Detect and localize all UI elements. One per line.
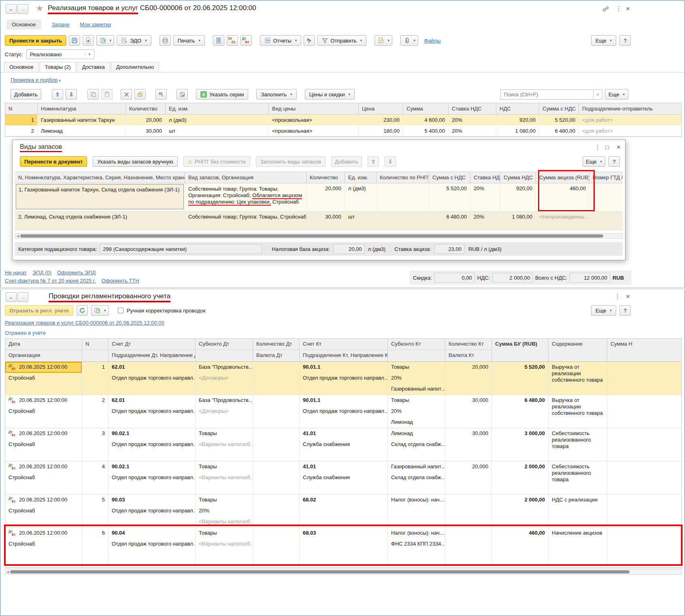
manual-adjustment-checkbox[interactable]: [118, 308, 123, 313]
invoice-link[interactable]: Счет-фактура № 7 от 20 июня 2025 г.: [5, 278, 96, 284]
split-icon[interactable]: [121, 89, 132, 100]
w2-back-button[interactable]: ←: [6, 292, 17, 302]
tab-additional[interactable]: Дополнительно: [111, 62, 160, 72]
fill-inventory-types-button[interactable]: Заполнить виды запасов: [256, 156, 325, 167]
dialog-help-button[interactable]: ?: [608, 156, 620, 167]
back-button[interactable]: ←: [6, 4, 17, 14]
excise-rate-field[interactable]: 23,00: [434, 244, 464, 254]
copy-row-icon[interactable]: [87, 89, 99, 100]
col-debit-account: Счет Дт: [108, 339, 196, 350]
vat-total-field[interactable]: 2 000,00: [492, 273, 533, 283]
make-ttn-link[interactable]: Оформить ТТН: [102, 278, 139, 284]
group-icon[interactable]: [134, 89, 146, 100]
dialog-add-button[interactable]: Добавить: [331, 156, 362, 167]
make-epd-link[interactable]: Оформить ЭПД: [57, 270, 96, 276]
posting-row[interactable]: ДтКт20.06.2025 12:00:00 5 90.03 Товары 6…: [5, 495, 681, 528]
excise-category-field[interactable]: 298 (Сахаросодержащие напитки): [100, 244, 262, 254]
favorite-star-icon[interactable]: ★: [36, 3, 44, 14]
more-button-top[interactable]: Еще▾: [591, 35, 616, 46]
register-icon[interactable]: [213, 35, 224, 46]
dialog-more-button[interactable]: Еще▾: [583, 156, 605, 167]
fill-check-icon[interactable]: [177, 89, 188, 100]
product-row-1[interactable]: 1 Газированный напиток Тархун 20,000 л (…: [5, 115, 681, 125]
excise-base-field[interactable]: 20,00: [333, 244, 365, 254]
window-close-icon[interactable]: ×: [626, 5, 630, 12]
window-menu-icon[interactable]: ⋮: [616, 5, 622, 11]
reflect-in-accounting-button[interactable]: Отразить в регл. учете: [5, 305, 73, 316]
w2-hscrollbar[interactable]: ◀: [5, 569, 682, 575]
move-up-icon[interactable]: ⇧: [52, 89, 63, 100]
products-table: N Номенклатура Количество Ед. изм. Вид ц…: [5, 103, 682, 137]
files-link[interactable]: Файлы: [424, 38, 440, 44]
create-based-on-button[interactable]: ▾: [96, 35, 114, 46]
w2-more-button[interactable]: Еще▾: [591, 305, 616, 316]
w2-help-button[interactable]: ?: [619, 305, 631, 316]
post-and-close-button[interactable]: Провести и закрыть: [5, 35, 66, 46]
w2-menu-icon[interactable]: ⋮: [615, 293, 621, 299]
exchange-icon[interactable]: [304, 35, 315, 46]
nav-main[interactable]: Основное: [6, 19, 41, 30]
dtkt-icon[interactable]: ДтКт: [240, 35, 252, 46]
help-button-top[interactable]: ?: [619, 35, 631, 46]
add-row-button[interactable]: Добавить: [11, 89, 41, 100]
post-document-icon[interactable]: [83, 35, 94, 46]
search-input[interactable]: [500, 89, 594, 100]
print-icon[interactable]: [160, 35, 171, 46]
w2-close-icon[interactable]: ×: [626, 293, 630, 300]
schedule-button[interactable]: ▾: [374, 35, 392, 46]
tab-goods[interactable]: Товары (2): [40, 62, 76, 72]
set-inventory-types-manually-button[interactable]: Указать виды запасов вручную: [93, 156, 177, 167]
page-title: Реализация товаров и услуг СБ00-000006 о…: [48, 4, 256, 12]
reports-button[interactable]: Отчеты▾: [260, 35, 301, 46]
print-button[interactable]: Печать▾: [173, 35, 205, 46]
save-icon[interactable]: [69, 35, 80, 46]
status-combobox[interactable]: Реализовано ▾: [26, 49, 94, 59]
tab-main[interactable]: Основное: [4, 62, 39, 72]
discount-field[interactable]: 0,00: [434, 273, 475, 283]
posting-row[interactable]: ДтКт20.06.2025 12:00:00 4 90.02.1 Товары…: [5, 461, 681, 495]
inventory-type-cell[interactable]: Собственный товар; Группа: Товары; Орган…: [185, 183, 306, 211]
source-document-link[interactable]: Реализация товаров и услуг СБ00-000006 о…: [5, 320, 164, 326]
posting-row[interactable]: ДтКт20.06.2025 12:00:00 2 62.01 База "Пр…: [5, 395, 681, 428]
dialog-move-down-icon[interactable]: ⇩: [385, 156, 396, 167]
drcr-icon[interactable]: DrCr: [227, 35, 238, 46]
inventory-row-1[interactable]: 1, Газированный напиток Тархун, Склад от…: [15, 183, 623, 212]
nav-notes[interactable]: Мои заметки: [80, 21, 111, 28]
posting-row[interactable]: ДтКт20.06.2025 12:00:00 6 90.04 Товары 6…: [5, 528, 681, 568]
fill-button[interactable]: Заполнить▾: [256, 89, 296, 100]
dialog-move-up-icon[interactable]: ⇧: [368, 156, 379, 167]
search-clear-icon[interactable]: ×: [594, 89, 602, 100]
permalink-icon[interactable]: [602, 6, 609, 12]
paste-icon[interactable]: [101, 89, 113, 100]
dialog-maximize-icon[interactable]: □: [605, 144, 609, 150]
col-excise-sum: Сумма акциза (RUB): [536, 172, 589, 183]
forward-button[interactable]: →: [17, 4, 28, 14]
dialog-close-icon[interactable]: ×: [617, 144, 621, 151]
rnpt-without-cost-button[interactable]: ⚠ РНПТ без стоимости: [183, 156, 250, 167]
product-row-2[interactable]: 2 Лимонад 30,000 шт <произвольная> 180,0…: [5, 125, 681, 136]
check-and-pick-link[interactable]: Проверка и подбор: [11, 77, 57, 83]
transfer-to-document-button[interactable]: Перенести в документ: [20, 156, 87, 167]
selected-cell[interactable]: 1, Газированный напиток Тархун, Склад от…: [16, 184, 184, 209]
send-button[interactable]: Отправить▾: [317, 35, 366, 46]
inventory-row-2[interactable]: 2, Лимонад, Склад отдела снабжения (ЭЛ-1…: [15, 212, 623, 230]
set-series-button[interactable]: # Указать серии: [196, 89, 248, 100]
epd-status-link[interactable]: Не начат: [5, 270, 27, 276]
attach-button[interactable]: ▾: [400, 35, 418, 46]
nav-tasks[interactable]: Задачи: [52, 21, 70, 28]
dialog-hscrollbar[interactable]: ◀: [15, 233, 623, 239]
w2-create-based-on-button[interactable]: ▾: [91, 305, 109, 316]
dialog-menu-icon[interactable]: ⋮: [595, 144, 601, 150]
move-down-icon[interactable]: ⇩: [66, 89, 77, 100]
prices-discounts-button[interactable]: Цены и скидки▾: [305, 89, 355, 100]
posting-row[interactable]: ДтКт20.06.2025 12:00:00 1 62.01 База "Пр…: [5, 362, 681, 395]
grid-more-button[interactable]: Еще▾: [605, 89, 628, 100]
barcode-scanner-icon[interactable]: [155, 89, 167, 100]
refresh-icon[interactable]: [77, 305, 88, 316]
epd-link[interactable]: ЭПД (0): [32, 270, 51, 276]
grand-total-field[interactable]: 12 000,00: [570, 273, 610, 283]
tab-delivery[interactable]: Доставка: [77, 62, 110, 72]
edo-button[interactable]: ЭДО▾: [117, 35, 151, 46]
w2-forward-button[interactable]: →: [17, 292, 28, 302]
posting-row[interactable]: ДтКт20.06.2025 12:00:00 3 90.02.1 Товары…: [5, 428, 681, 461]
